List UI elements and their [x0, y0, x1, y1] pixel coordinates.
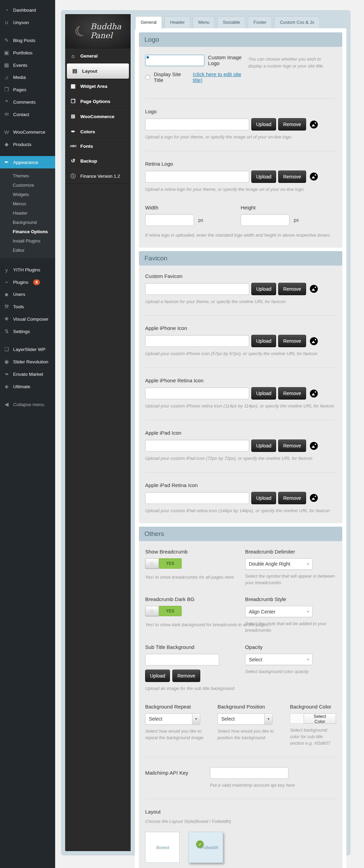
sidebar-item-appearance[interactable]: ✒Appearance [0, 156, 55, 168]
panel-menu-colors[interactable]: ✒Colors [65, 124, 131, 139]
radio-button[interactable] [145, 75, 150, 80]
ipad-retina-icon-input[interactable] [145, 492, 249, 504]
breadcrumb-style-select[interactable]: Align Center ▾ [245, 606, 313, 617]
sidebar-item-settings[interactable]: ⇅Settings [0, 325, 55, 338]
mailchimp-api-key-input[interactable] [210, 767, 289, 779]
edit-site-title-link[interactable]: (click here to edit site title) [193, 71, 248, 83]
sidebar-item-visual-composer[interactable]: ❖Visual Composer [0, 313, 55, 325]
panel-menu-widget-area[interactable]: ▦Widget Area [65, 79, 131, 94]
sidebar-item-contact[interactable]: ✉Contact [0, 108, 55, 121]
toggle-knob[interactable] [145, 558, 159, 569]
sidebar-item-layerslider[interactable]: ❏LayerSlider WP [0, 343, 55, 355]
upload-button[interactable]: Upload [251, 492, 276, 504]
breadcrumb-delimiter-select[interactable]: Double Angle Right ▾ [245, 558, 313, 570]
radio-custom-image-logo[interactable]: Custom Image Logo [145, 54, 248, 66]
media-library-icon[interactable] [310, 390, 318, 397]
logo-url-input[interactable] [145, 118, 249, 130]
panel-menu-fonts[interactable]: ABCFonts [65, 139, 131, 153]
panel-menu-general[interactable]: ⌂General [65, 49, 131, 63]
submenu-item-header[interactable]: Header [0, 208, 55, 218]
remove-button[interactable]: Remove [278, 492, 306, 504]
field-help: Upload an image for the sub title backgr… [145, 685, 242, 692]
sidebar-item-ultimate[interactable]: ◈Ultimate [0, 380, 55, 393]
tab-general[interactable]: General [135, 16, 162, 30]
submenu-item-install-plugins[interactable]: Install Plugins [0, 236, 55, 246]
tab-custom-css-js[interactable]: Custom Css & Js [274, 16, 320, 28]
sidebar-item-blog-posts[interactable]: ✎Blog Posts [0, 34, 55, 46]
tab-menu[interactable]: Menu [193, 16, 215, 28]
sidebar-item-tools[interactable]: ⚒Tools [0, 300, 55, 313]
submenu-item-widgets[interactable]: Widgets [0, 190, 55, 199]
remove-button[interactable]: Remove [278, 335, 306, 347]
media-library-icon[interactable] [310, 494, 318, 502]
panel-menu-backup[interactable]: ↺Backup [65, 153, 131, 168]
panel-menu-layout[interactable]: ▤Layout [67, 63, 129, 79]
panel-menu-version-info[interactable]: ⓘFinance Version 1.2 [65, 168, 131, 184]
logo-height-input[interactable] [241, 214, 290, 226]
sidebar-item-media[interactable]: ♫Media [0, 71, 55, 83]
submenu-item-customize[interactable]: Customize [0, 180, 55, 190]
submenu-item-finance-options[interactable]: Finance Options [0, 227, 55, 236]
sidebar-item-slider-revolution[interactable]: ◉Slider Revolution [0, 355, 55, 368]
layout-option-fullwidth[interactable]: ✓ Fullwidth [189, 832, 223, 863]
media-library-icon[interactable] [310, 121, 318, 128]
sidebar-item-events[interactable]: ▦Events [0, 59, 55, 71]
sidebar-item-pages[interactable]: ❐Pages [0, 83, 55, 96]
panel-menu-woocommerce[interactable]: ⊞WooCommerce [65, 109, 131, 124]
ipad-icon-input[interactable] [145, 440, 249, 452]
logo-width-input[interactable] [145, 214, 194, 226]
subtitle-background-input[interactable] [145, 654, 219, 665]
upload-button[interactable]: Upload [251, 170, 276, 183]
layout-option-boxed[interactable]: Boxed [145, 832, 180, 863]
submenu-item-background[interactable]: Background [0, 218, 55, 227]
tab-sociable[interactable]: Sociable [217, 16, 245, 28]
show-breadcrumb-toggle[interactable]: YES [145, 558, 182, 569]
iphone-icon-input[interactable] [145, 335, 249, 347]
custom-favicon-input[interactable] [145, 283, 249, 295]
media-library-icon[interactable] [310, 173, 318, 180]
iphone-retina-icon-input[interactable] [145, 388, 249, 399]
upload-button[interactable]: Upload [251, 335, 276, 347]
sidebar-item-products[interactable]: ◆Products [0, 138, 55, 151]
upload-button[interactable]: Upload [251, 118, 276, 131]
sidebar-item-envato-market[interactable]: ❧Envato Market [0, 368, 55, 380]
breadcrumb-dark-bg-toggle[interactable]: YES [145, 606, 182, 616]
collapse-menu-button[interactable]: ◀Collapse menu [0, 398, 55, 411]
upload-button[interactable]: Upload [251, 387, 276, 400]
sidebar-item-dashboard[interactable]: ◔Dashboard [0, 4, 55, 16]
upload-button[interactable]: Upload [251, 440, 276, 452]
panel-menu-page-options[interactable]: ❐Page Options [65, 94, 131, 109]
sidebar-item-portfolios[interactable]: ▣Portfolios [0, 46, 55, 59]
tab-footer[interactable]: Footer [248, 16, 272, 28]
sidebar-item-plugins[interactable]: ⌁Plugins8 [0, 276, 55, 288]
sidebar-item-woocommerce[interactable]: WWooCommerce [0, 126, 55, 138]
submenu-item-editor[interactable]: Editor [0, 246, 55, 255]
submenu-item-themes[interactable]: Themes [0, 171, 55, 180]
submenu-item-menus[interactable]: Menus [0, 199, 55, 208]
remove-button[interactable]: Remove [172, 670, 200, 682]
divider [145, 472, 336, 473]
remove-button[interactable]: Remove [278, 283, 306, 295]
background-position-select[interactable]: Select ▼ [218, 713, 273, 725]
remove-button[interactable]: Remove [278, 387, 306, 400]
opacity-select[interactable]: Select ▾ [245, 654, 313, 665]
sidebar-item-yith-plugins[interactable]: yYITH Plugins [0, 264, 55, 276]
media-library-icon[interactable] [310, 285, 318, 293]
select-color-button[interactable]: Select Color [304, 713, 336, 724]
retina-logo-url-input[interactable] [145, 171, 249, 183]
radio-button-selected[interactable] [145, 55, 204, 66]
toggle-knob[interactable] [145, 606, 159, 616]
remove-button[interactable]: Remove [278, 440, 306, 452]
remove-button[interactable]: Remove [278, 170, 306, 183]
background-repeat-select[interactable]: Select ▼ [145, 713, 200, 725]
tab-header[interactable]: Header [164, 16, 190, 28]
media-library-icon[interactable] [310, 442, 318, 450]
remove-button[interactable]: Remove [278, 118, 306, 131]
radio-display-site-title[interactable]: Display Site Title (click here to edit s… [145, 71, 248, 83]
upload-button[interactable]: Upload [251, 283, 276, 295]
sidebar-item-unyson[interactable]: ∪Unyson [0, 16, 55, 29]
sidebar-item-comments[interactable]: ❝Comments [0, 96, 55, 108]
upload-button[interactable]: Upload [145, 670, 170, 682]
sidebar-item-users[interactable]: ☻Users [0, 288, 55, 300]
media-library-icon[interactable] [310, 337, 318, 345]
